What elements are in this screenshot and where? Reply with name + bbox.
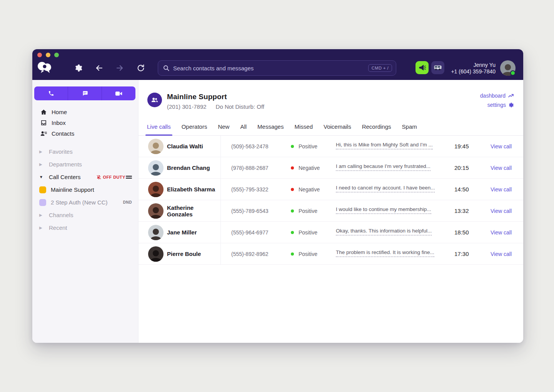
view-call-link[interactable]: View call [491,186,512,193]
tab-missed[interactable]: Missed [289,120,318,135]
off-duty-badge[interactable]: OFF DUTY [96,174,125,180]
sentiment-cell: Positive [291,143,336,149]
dashboard-link[interactable]: dashboard [480,93,514,99]
view-call-link[interactable]: View call [491,208,512,214]
sentiment-cell: Positive [291,251,336,257]
sidebar: Home Inbox Contacts ▶ Favorites ▶ [32,80,138,343]
sentiment-cell: Negative [291,186,336,193]
caller-phone: (509)-563-2478 [231,143,291,149]
window-controls [37,53,59,57]
new-call-button[interactable] [34,86,68,100]
call-row[interactable]: Elizabeth Sharma (555)-795-3322 Negative… [138,179,523,200]
app-settings-gear-icon[interactable] [73,63,84,73]
tab-bar: Live calls Operators New All Messages Mi… [138,120,523,136]
user-online-status-dot [510,70,516,76]
view-call-link[interactable]: View call [491,143,512,149]
call-row[interactable]: Katherine Gonzales (555)-789-6543 Positi… [138,200,523,222]
call-row[interactable]: Claudia Walti (509)-563-2478 Positive Hi… [138,136,523,157]
zoom-window-button[interactable] [54,53,59,57]
section-label: Departments [49,161,82,168]
close-window-button[interactable] [37,53,42,57]
search-input[interactable] [173,65,368,71]
new-message-button[interactable] [68,86,102,100]
call-center-label: 2 Step Auth (New CC) [51,199,108,206]
transcript-snippet[interactable]: I need to cancel my account. I have been… [336,185,435,193]
sentiment-cell: Positive [291,208,336,214]
sidebar-section-recent[interactable]: ▶ Recent [32,221,138,234]
reorder-handle-icon[interactable] [126,175,132,179]
call-row[interactable]: Pierre Boule (555)-892-8962 Positive The… [138,243,523,265]
chevron-right-icon: ▶ [39,162,43,166]
sentiment-dot [291,166,294,169]
tab-spam[interactable]: Spam [397,120,422,135]
view-call-link[interactable]: View call [491,251,512,257]
sentiment-dot [291,145,294,148]
sidebar-item-mainline-support[interactable]: Mainline Support [32,183,138,196]
caller-avatar [148,246,164,262]
quick-actions [34,86,135,100]
caller-avatar [148,160,164,176]
tab-recordings[interactable]: Recordings [357,120,397,135]
vehicle-button[interactable] [431,61,444,74]
call-row[interactable]: Jane Miller (555)-964-6977 Positive Okay… [138,222,523,243]
live-calls-table: Claudia Walti (509)-563-2478 Positive Hi… [138,136,523,265]
search-bar[interactable]: CMD + / [158,60,396,76]
tab-new[interactable]: New [212,120,235,135]
settings-link[interactable]: settings [480,102,514,108]
new-meeting-button[interactable] [102,86,135,100]
caller-name: Claudia Walti [167,143,220,149]
sidebar-item-label: Contacts [52,130,74,137]
sentiment-label: Positive [299,208,317,214]
bell-off-icon [96,174,102,180]
settings-link-label: settings [487,102,506,108]
caller-avatar [148,225,164,240]
sidebar-section-favorites[interactable]: ▶ Favorites [32,145,138,158]
tab-operators[interactable]: Operators [176,120,213,135]
sidebar-section-call-centers[interactable]: ▼ Call Centers OFF DUTY [32,171,138,183]
sidebar-sections: ▶ Favorites ▶ Departments ▼ Call Centers… [32,145,138,234]
announcement-button[interactable] [416,61,429,74]
chevron-right-icon: ▶ [39,213,43,217]
caller-phone: (978)-888-2687 [231,165,291,171]
transcript-snippet[interactable]: I am calling because I'm very frustrated… [336,163,431,171]
sidebar-section-departments[interactable]: ▶ Departments [32,158,138,171]
sentiment-dot [291,188,294,191]
transcript-snippet[interactable]: Okay, thanks. This information is helpfu… [336,228,432,236]
call-center-phone: (201) 301-7892 [167,103,207,110]
call-duration: 19:45 [454,143,491,149]
sidebar-item-contacts[interactable]: Contacts [32,128,138,139]
tab-live-calls[interactable]: Live calls [142,120,176,135]
sentiment-label: Positive [299,143,317,149]
sidebar-item-2-step-auth[interactable]: 2 Step Auth (New CC) DND [32,196,138,209]
tab-messages[interactable]: Messages [252,120,289,135]
top-bar: CMD + / Jenny Yu +1 (604) 359-7840 [32,49,523,80]
caller-avatar [148,182,164,197]
sidebar-item-inbox[interactable]: Inbox [32,117,138,128]
page-title: Mainline Support [167,93,264,101]
minimize-window-button[interactable] [46,53,50,57]
contacts-icon [40,130,47,137]
sidebar-section-channels[interactable]: ▶ Channels [32,209,138,221]
section-label: Recent [49,224,67,231]
call-center-color-swatch [39,186,46,193]
view-call-link[interactable]: View call [491,165,512,171]
sentiment-label: Positive [299,251,317,257]
sentiment-label: Negative [299,186,320,193]
sentiment-label: Positive [299,229,317,236]
sidebar-item-home[interactable]: Home [32,106,138,117]
tab-voicemails[interactable]: Voicemails [318,120,357,135]
call-duration: 18:50 [454,229,491,236]
sentiment-dot [291,252,294,256]
tab-all[interactable]: All [235,120,252,135]
sentiment-dot [291,231,294,234]
view-call-link[interactable]: View call [491,229,512,236]
back-arrow-icon[interactable] [94,63,105,73]
call-row[interactable]: Brendan Chang (978)-888-2687 Negative I … [138,157,523,179]
current-user-info: Jenny Yu +1 (604) 359-7840 [451,62,496,75]
transcript-snippet[interactable]: Hi, this is Mike from Mighty Soft and I'… [336,142,433,149]
caller-phone: (555)-795-3322 [231,186,291,193]
forward-arrow-icon[interactable] [114,63,125,73]
transcript-snippet[interactable]: The problem is rectified. It is working … [336,249,434,257]
refresh-icon[interactable] [135,63,146,73]
transcript-snippet[interactable]: I would like to continue my membership..… [336,206,431,214]
